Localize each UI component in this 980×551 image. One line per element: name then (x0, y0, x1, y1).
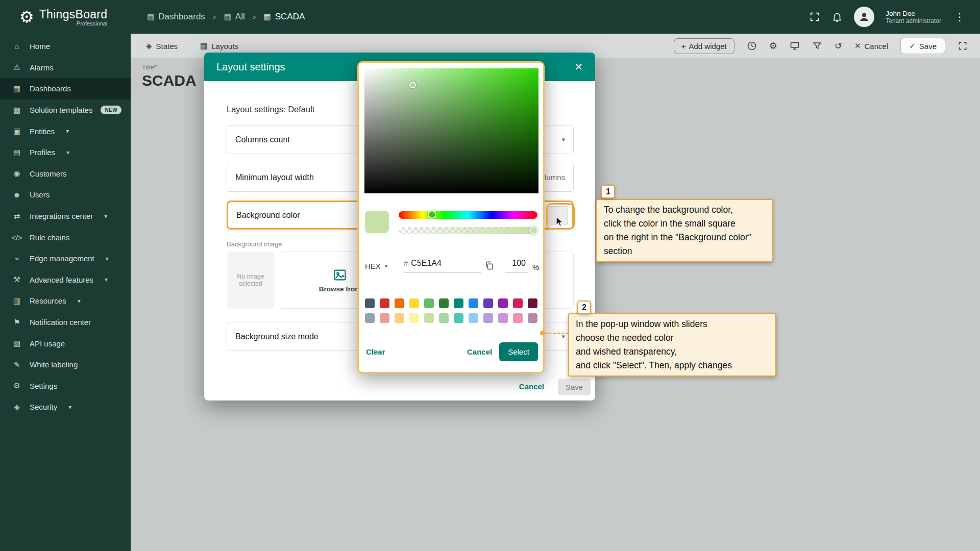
version-history-icon[interactable]: ↺ (835, 40, 842, 52)
sidebar-item-resources[interactable]: ▥Resources▾ (0, 290, 131, 312)
color-swatch[interactable] (380, 313, 389, 323)
toolbar-save-button[interactable]: ✓Save (900, 38, 945, 54)
close-icon[interactable]: ✕ (574, 61, 583, 73)
toolbar-fullscreen-icon[interactable] (958, 41, 968, 51)
entity-aliases-monitor-icon[interactable] (790, 41, 800, 51)
sidebar-item-edge-management[interactable]: ⌁Edge management▾ (0, 248, 131, 269)
advanced-features-icon: ⚒ (11, 275, 22, 284)
color-swatch[interactable] (483, 298, 493, 308)
sidebar-item-customers[interactable]: ◉Customers (0, 163, 131, 185)
saturation-area[interactable] (364, 68, 538, 193)
sidebar-item-solution-templates[interactable]: ▩Solution templatesNEW (0, 99, 131, 121)
dropdown-arrow-icon: ▾ (385, 263, 388, 269)
color-swatch[interactable] (454, 313, 463, 323)
sidebar-item-entities[interactable]: ▣Entities▾ (0, 120, 131, 142)
sidebar-item-notification-center[interactable]: ⚑Notification center (0, 312, 131, 333)
sidebar-item-api-usage[interactable]: ▧API usage (0, 333, 131, 354)
sidebar-item-home[interactable]: ⌂Home (0, 36, 131, 57)
color-swatch[interactable] (513, 298, 523, 308)
fullscreen-icon[interactable] (809, 11, 820, 22)
color-swatch[interactable] (469, 298, 478, 308)
sidebar-item-integrations-center[interactable]: ⇄Integrations center▾ (0, 206, 131, 227)
filters-icon[interactable] (812, 41, 822, 51)
color-swatch[interactable] (365, 313, 375, 323)
saturation-marker[interactable] (409, 82, 416, 88)
color-swatch[interactable] (409, 298, 419, 308)
color-swatch[interactable] (439, 313, 449, 323)
breadcrumb-all[interactable]: ▦ All (224, 12, 245, 22)
dashboard-settings-gear-icon[interactable]: ⚙ (769, 40, 777, 52)
thingsboard-logo[interactable]: ⚙ ThingsBoard Professional (0, 8, 131, 27)
hex-input[interactable] (411, 259, 467, 268)
color-swatch[interactable] (469, 313, 478, 323)
user-avatar[interactable] (854, 7, 874, 27)
states-button[interactable]: ◈States (146, 41, 178, 51)
hue-slider[interactable] (399, 211, 537, 219)
add-widget-button[interactable]: +Add widget (674, 38, 734, 54)
notifications-bell-icon[interactable] (831, 11, 843, 22)
alarms-icon: ⚠ (11, 63, 22, 72)
picker-cancel-button[interactable]: Cancel (467, 347, 492, 356)
selected-color-preview (365, 211, 389, 233)
cancel-x-icon: ✕ (854, 41, 861, 51)
sidebar-item-dashboards[interactable]: ▦Dashboards (0, 78, 131, 99)
alpha-gradient (399, 227, 537, 234)
dashboards-icon: ▦ (147, 12, 154, 21)
color-swatch[interactable] (380, 298, 389, 308)
sidebar-item-alarms[interactable]: ⚠Alarms (0, 57, 131, 79)
color-swatch[interactable] (513, 313, 523, 323)
dashboards-icon: ▦ (263, 12, 271, 21)
topbar: ⚙ ThingsBoard Professional ▦ Dashboards … (0, 0, 980, 34)
sidebar-item-users[interactable]: ☻Users (0, 184, 131, 206)
sidebar-item-security[interactable]: ◈Security▾ (0, 396, 131, 418)
layouts-button[interactable]: ▦Layouts (200, 41, 238, 51)
edge-management-icon: ⌁ (11, 254, 22, 263)
rule-chains-icon: </> (11, 233, 22, 242)
entities-icon: ▣ (11, 127, 22, 136)
color-swatch[interactable] (528, 298, 537, 308)
color-swatch[interactable] (424, 298, 434, 308)
sidebar-item-rule-chains[interactable]: </>Rule chains (0, 227, 131, 248)
dialog-save-button[interactable]: Save (558, 379, 591, 395)
picker-clear-button[interactable]: Clear (366, 347, 385, 356)
color-swatch[interactable] (365, 298, 375, 308)
hex-format-dropdown[interactable]: HEX ▾ (365, 262, 387, 270)
sidebar-item-white-labeling[interactable]: ✎White labeling (0, 354, 131, 375)
picker-select-button[interactable]: Select (499, 342, 538, 361)
color-swatch[interactable] (528, 313, 537, 323)
step-1-badge: 1 (601, 185, 615, 198)
alpha-slider[interactable] (399, 227, 537, 234)
chevron-down-icon: ▾ (106, 255, 109, 262)
color-swatch[interactable] (395, 313, 404, 323)
breadcrumb-dashboards[interactable]: ▦ Dashboards (147, 12, 205, 22)
kebab-menu-icon[interactable]: ⋮ (952, 11, 967, 23)
color-swatch[interactable] (483, 313, 493, 323)
hex-value-field: # (404, 259, 481, 272)
hash-prefix: # (404, 259, 408, 267)
states-icon: ◈ (146, 41, 152, 51)
chevron-down-icon: ▾ (66, 128, 69, 135)
color-swatch[interactable] (409, 313, 419, 323)
color-swatch[interactable] (439, 298, 449, 308)
breadcrumb-scada[interactable]: ▦ SCADA (263, 12, 305, 22)
color-picker-popup: HEX ▾ # % (357, 61, 545, 373)
copy-icon[interactable] (484, 261, 494, 272)
timewindow-clock-icon[interactable] (747, 41, 757, 51)
color-swatch[interactable] (395, 298, 404, 308)
sidebar-item-profiles[interactable]: ▤Profiles▾ (0, 142, 131, 163)
alpha-input[interactable] (505, 259, 526, 268)
sidebar-item-settings[interactable]: ⚙Settings (0, 375, 131, 397)
color-swatch[interactable] (424, 313, 434, 323)
logo-text: ThingsBoard Professional (39, 8, 108, 27)
color-swatch[interactable] (498, 298, 508, 308)
toolbar-cancel-button[interactable]: ✕Cancel (854, 41, 888, 51)
sidebar-item-advanced-features[interactable]: ⚒Advanced features▾ (0, 269, 131, 291)
solution-templates-icon: ▩ (11, 106, 22, 115)
color-swatch[interactable] (454, 298, 463, 308)
user-info: John Doe Tenant administrator (886, 10, 941, 24)
dialog-cancel-button[interactable]: Cancel (519, 382, 544, 391)
alpha-slider-handle[interactable] (529, 226, 538, 235)
hue-slider-handle[interactable] (428, 210, 436, 219)
dropdown-arrow-icon: ▾ (561, 136, 565, 143)
color-swatch[interactable] (498, 313, 508, 323)
